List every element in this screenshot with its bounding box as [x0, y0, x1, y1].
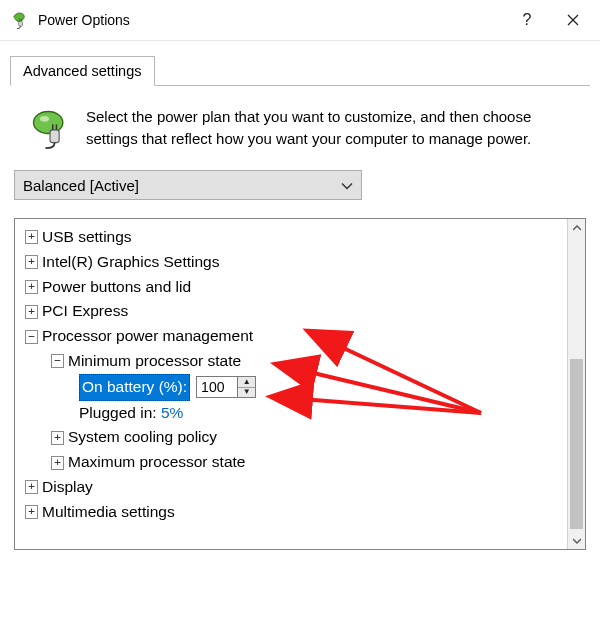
spin-up-button[interactable]: ▲	[238, 377, 255, 388]
power-options-window: Power Options ? Advanced settings	[0, 0, 600, 622]
spin-down-button[interactable]: ▼	[238, 388, 255, 398]
tree-item-display[interactable]: + Display	[21, 475, 565, 500]
power-plug-large-icon	[28, 106, 72, 150]
power-plan-select[interactable]: Balanced [Active]	[14, 170, 362, 200]
tree-item-minimum-processor-state[interactable]: − Minimum processor state	[21, 349, 565, 374]
tab-strip: Advanced settings	[10, 55, 590, 86]
scroll-thumb[interactable]	[570, 359, 583, 529]
tree-item-on-battery[interactable]: On battery (%): ▲ ▼	[21, 374, 565, 401]
close-icon	[567, 14, 579, 26]
close-button[interactable]	[550, 5, 596, 35]
scroll-up-button[interactable]	[568, 219, 585, 236]
power-plug-icon	[10, 10, 30, 30]
collapse-icon[interactable]: −	[51, 354, 64, 368]
expand-icon[interactable]: +	[51, 431, 64, 445]
client-area: Advanced settings Select the power plan …	[0, 41, 600, 560]
on-battery-label: On battery (%):	[79, 374, 190, 401]
settings-tree[interactable]: + USB settings + Intel(R) Graphics Setti…	[15, 219, 567, 549]
tab-advanced-settings[interactable]: Advanced settings	[10, 56, 155, 86]
intro-text: Select the power plan that you want to c…	[86, 106, 572, 150]
expand-icon[interactable]: +	[25, 505, 38, 519]
settings-tree-container: + USB settings + Intel(R) Graphics Setti…	[14, 218, 586, 550]
on-battery-spinner: ▲ ▼	[196, 376, 256, 398]
svg-point-6	[40, 116, 49, 122]
power-plan-value: Balanced [Active]	[23, 177, 139, 194]
expand-icon[interactable]: +	[51, 456, 64, 470]
help-button[interactable]: ?	[504, 5, 550, 35]
scroll-down-button[interactable]	[568, 532, 585, 549]
tree-item-system-cooling-policy[interactable]: + System cooling policy	[21, 425, 565, 450]
tree-item-usb-settings[interactable]: + USB settings	[21, 225, 565, 250]
tree-item-multimedia-settings[interactable]: + Multimedia settings	[21, 500, 565, 525]
chevron-down-icon	[341, 177, 353, 194]
expand-icon[interactable]: +	[25, 255, 38, 269]
tab-page: Select the power plan that you want to c…	[0, 86, 600, 560]
vertical-scrollbar[interactable]	[567, 219, 585, 549]
tree-item-plugged-in[interactable]: Plugged in: 5%	[21, 401, 565, 426]
on-battery-input[interactable]	[196, 376, 238, 398]
expand-icon[interactable]: +	[25, 480, 38, 494]
svg-rect-0	[19, 21, 23, 26]
tree-item-power-buttons-lid[interactable]: + Power buttons and lid	[21, 275, 565, 300]
tree-item-intel-graphics[interactable]: + Intel(R) Graphics Settings	[21, 250, 565, 275]
plugged-in-value[interactable]: 5%	[161, 401, 183, 426]
svg-rect-7	[50, 130, 59, 143]
expand-icon[interactable]: +	[25, 280, 38, 294]
title-bar: Power Options ?	[0, 0, 600, 41]
window-title: Power Options	[38, 12, 504, 28]
plugged-in-label: Plugged in:	[79, 401, 157, 426]
collapse-icon[interactable]: −	[25, 330, 38, 344]
expand-icon[interactable]: +	[25, 230, 38, 244]
tree-item-maximum-processor-state[interactable]: + Maximum processor state	[21, 450, 565, 475]
tree-item-pci-express[interactable]: + PCI Express	[21, 299, 565, 324]
plan-row: Balanced [Active]	[10, 160, 590, 204]
tree-item-processor-power-management[interactable]: − Processor power management	[21, 324, 565, 349]
expand-icon[interactable]: +	[25, 305, 38, 319]
intro-row: Select the power plan that you want to c…	[10, 102, 590, 160]
